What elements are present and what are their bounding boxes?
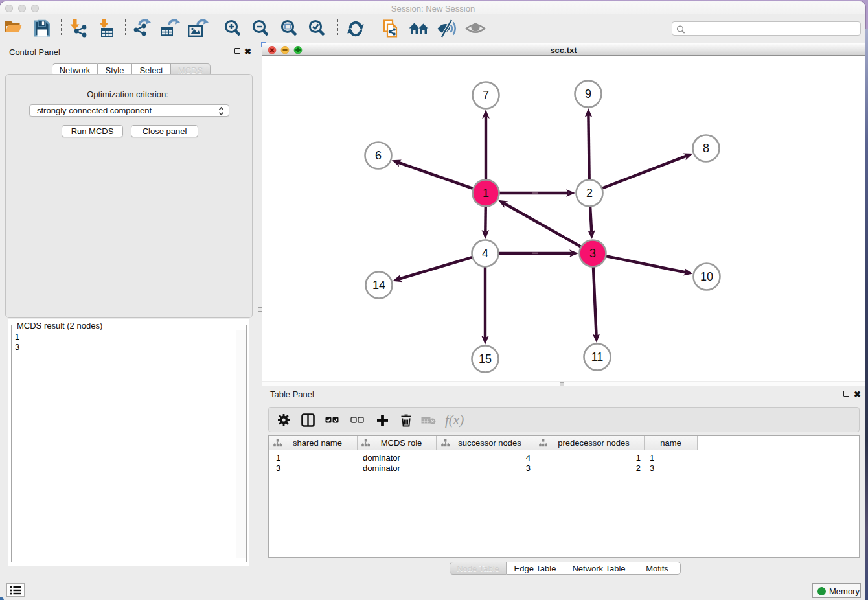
svg-text:4: 4 bbox=[482, 247, 488, 260]
svg-text:8: 8 bbox=[703, 142, 709, 155]
svg-text:9: 9 bbox=[585, 87, 591, 100]
svg-text:14: 14 bbox=[372, 279, 385, 292]
svg-text:6: 6 bbox=[375, 149, 382, 162]
svg-text:3: 3 bbox=[589, 247, 596, 260]
svg-text:10: 10 bbox=[700, 270, 713, 283]
svg-text:7: 7 bbox=[483, 89, 489, 102]
svg-text:11: 11 bbox=[591, 351, 604, 363]
svg-text:15: 15 bbox=[479, 352, 492, 365]
svg-text:2: 2 bbox=[586, 187, 593, 200]
svg-text:1: 1 bbox=[483, 187, 489, 200]
